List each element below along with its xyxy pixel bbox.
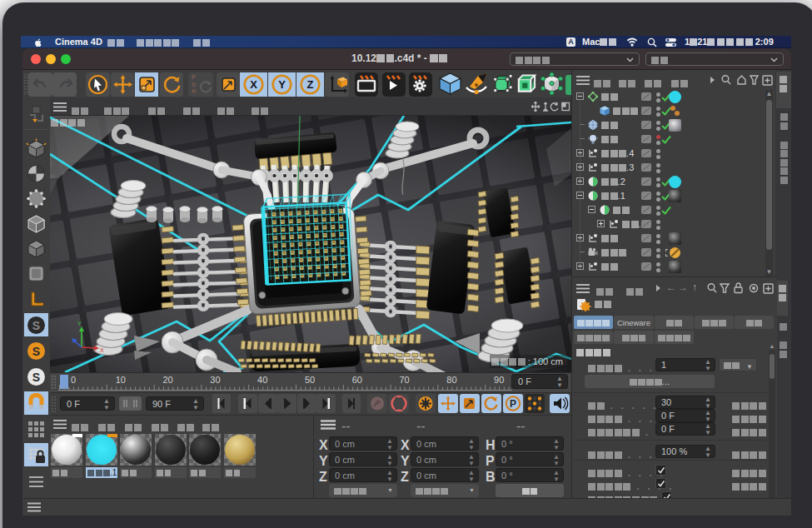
svg-text:Y: Y — [278, 78, 286, 91]
svg-text:Y: Y — [77, 321, 82, 326]
svg-text:P: P — [510, 398, 516, 410]
svg-text:X: X — [100, 347, 104, 353]
svg-text:S: S — [32, 345, 40, 358]
svg-text:X: X — [250, 78, 257, 91]
svg-text:Z: Z — [307, 78, 314, 91]
svg-text:S: S — [32, 371, 40, 384]
svg-text:S: S — [32, 319, 40, 332]
